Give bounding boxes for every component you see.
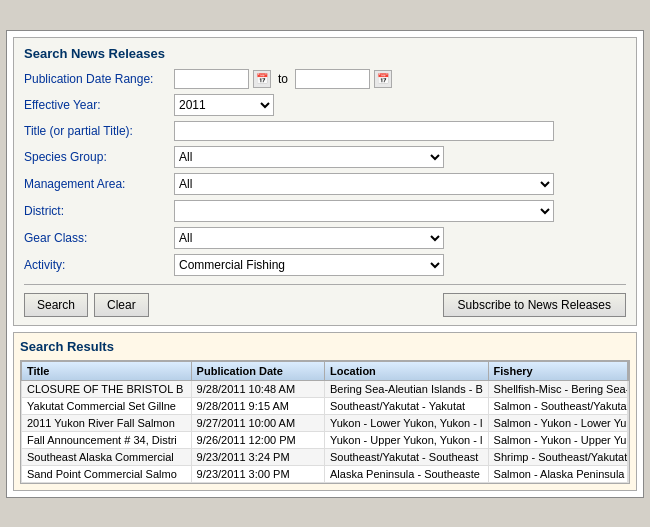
- table-cell: Yukon - Upper Yukon, Yukon - l: [324, 431, 488, 448]
- table-cell: Sand Point Commercial Salmo: [22, 465, 192, 482]
- scrollbar-cell: [628, 380, 629, 397]
- table-cell: 9/27/2011 10:00 AM: [191, 414, 324, 431]
- district-select[interactable]: District 1 District 2: [174, 200, 554, 222]
- mgmt-area-control: All Southeast/Yakutat Southcentral Arcti…: [174, 173, 626, 195]
- effective-year-row: Effective Year: 2011 2010 2009 2012: [24, 94, 626, 116]
- col-header-fishery: Fishery: [488, 361, 627, 380]
- col-header-scrollbar: [628, 361, 629, 380]
- results-panel: Search Results Title Publication Date Lo…: [13, 332, 637, 491]
- table-header-row: Title Publication Date Location Fishery: [22, 361, 629, 380]
- gear-class-label: Gear Class:: [24, 231, 174, 245]
- species-row: Species Group: All Salmon Shellfish Hali…: [24, 146, 626, 168]
- table-cell: Salmon - Southeast/Yakutat - Ya: [488, 397, 627, 414]
- activity-control: Commercial Fishing Sport Fishing Persona…: [174, 254, 626, 276]
- table-cell: 9/28/2011 10:48 AM: [191, 380, 324, 397]
- species-control: All Salmon Shellfish Halibut Herring: [174, 146, 626, 168]
- table-cell: Shrimp - Southeast/Yakutat - So: [488, 448, 627, 465]
- scrollbar-cell: [628, 414, 629, 431]
- species-label: Species Group:: [24, 150, 174, 164]
- activity-row: Activity: Commercial Fishing Sport Fishi…: [24, 254, 626, 276]
- table-cell: Alaska Peninsula - Southeaste: [324, 465, 488, 482]
- table-cell: Yakutat Commercial Set Gillne: [22, 397, 192, 414]
- table-cell: 2011 Yukon River Fall Salmon: [22, 414, 192, 431]
- gear-class-select[interactable]: All Drift Gillnet Set Gillnet Troll Sein…: [174, 227, 444, 249]
- table-row[interactable]: 2011 Yukon River Fall Salmon9/27/2011 10…: [22, 414, 629, 431]
- activity-label: Activity:: [24, 258, 174, 272]
- table-cell: 9/23/2011 3:24 PM: [191, 448, 324, 465]
- mgmt-area-select[interactable]: All Southeast/Yakutat Southcentral Arcti…: [174, 173, 554, 195]
- results-tbody: CLOSURE OF THE BRISTOL B9/28/2011 10:48 …: [22, 380, 629, 482]
- cal-start-icon[interactable]: 📅: [253, 70, 271, 88]
- scrollbar-cell: [628, 465, 629, 482]
- title-row: Title (or partial Title):: [24, 121, 626, 141]
- table-cell: Yukon - Lower Yukon, Yukon - l: [324, 414, 488, 431]
- pub-date-start-input[interactable]: [174, 69, 249, 89]
- col-header-pubdate: Publication Date: [191, 361, 324, 380]
- table-cell: Salmon - Alaska Peninsula - So: [488, 465, 627, 482]
- mgmt-area-row: Management Area: All Southeast/Yakutat S…: [24, 173, 626, 195]
- main-container: Search News Releases Publication Date Ra…: [6, 30, 644, 498]
- search-button[interactable]: Search: [24, 293, 88, 317]
- table-cell: Bering Sea-Aleutian Islands - B: [324, 380, 488, 397]
- scrollbar-cell: [628, 448, 629, 465]
- mgmt-area-label: Management Area:: [24, 177, 174, 191]
- table-row[interactable]: Fall Announcement # 34, Distri9/26/2011 …: [22, 431, 629, 448]
- table-row[interactable]: CLOSURE OF THE BRISTOL B9/28/2011 10:48 …: [22, 380, 629, 397]
- table-cell: Southeast/Yakutat - Southeast: [324, 448, 488, 465]
- col-header-title: Title: [22, 361, 192, 380]
- date-to-text: to: [278, 72, 288, 86]
- title-input[interactable]: [174, 121, 554, 141]
- subscribe-button[interactable]: Subscribe to News Releases: [443, 293, 626, 317]
- table-cell: Fall Announcement # 34, Distri: [22, 431, 192, 448]
- pub-date-label: Publication Date Range:: [24, 72, 174, 86]
- district-row: District: District 1 District 2: [24, 200, 626, 222]
- table-row[interactable]: Southeast Alaska Commercial9/23/2011 3:2…: [22, 448, 629, 465]
- table-row[interactable]: Yakutat Commercial Set Gillne9/28/2011 9…: [22, 397, 629, 414]
- scrollbar-cell: [628, 397, 629, 414]
- title-label: Title (or partial Title):: [24, 124, 174, 138]
- effective-year-select[interactable]: 2011 2010 2009 2012: [174, 94, 274, 116]
- table-cell: 9/23/2011 3:00 PM: [191, 465, 324, 482]
- table-cell: Southeast Alaska Commercial: [22, 448, 192, 465]
- table-row[interactable]: Sand Point Commercial Salmo9/23/2011 3:0…: [22, 465, 629, 482]
- pub-date-controls: 📅 to 📅: [174, 69, 626, 89]
- cal-end-icon[interactable]: 📅: [374, 70, 392, 88]
- title-control: [174, 121, 626, 141]
- scrollbar-cell: [628, 431, 629, 448]
- search-panel-title: Search News Releases: [24, 46, 626, 61]
- col-header-location: Location: [324, 361, 488, 380]
- district-control: District 1 District 2: [174, 200, 626, 222]
- table-cell: Salmon - Yukon - Upper Yukon: [488, 431, 627, 448]
- button-row: Search Clear Subscribe to News Releases: [24, 293, 626, 317]
- table-cell: CLOSURE OF THE BRISTOL B: [22, 380, 192, 397]
- district-label: District:: [24, 204, 174, 218]
- effective-year-control: 2011 2010 2009 2012: [174, 94, 626, 116]
- table-cell: Southeast/Yakutat - Yakutat: [324, 397, 488, 414]
- activity-select[interactable]: Commercial Fishing Sport Fishing Persona…: [174, 254, 444, 276]
- results-table: Title Publication Date Location Fishery …: [21, 361, 629, 483]
- species-select[interactable]: All Salmon Shellfish Halibut Herring: [174, 146, 444, 168]
- effective-year-label: Effective Year:: [24, 98, 174, 112]
- left-buttons: Search Clear: [24, 293, 149, 317]
- table-cell: 9/28/2011 9:15 AM: [191, 397, 324, 414]
- clear-button[interactable]: Clear: [94, 293, 149, 317]
- table-cell: Salmon - Yukon - Lower Yukon: [488, 414, 627, 431]
- search-panel: Search News Releases Publication Date Ra…: [13, 37, 637, 326]
- pub-date-end-input[interactable]: [295, 69, 370, 89]
- divider: [24, 284, 626, 285]
- table-cell: Shellfish-Misc - Bering Sea-Aleu: [488, 380, 627, 397]
- results-title: Search Results: [20, 339, 630, 354]
- pub-date-row: Publication Date Range: 📅 to 📅: [24, 69, 626, 89]
- gear-class-row: Gear Class: All Drift Gillnet Set Gillne…: [24, 227, 626, 249]
- gear-class-control: All Drift Gillnet Set Gillnet Troll Sein…: [174, 227, 626, 249]
- results-table-wrapper: Title Publication Date Location Fishery …: [20, 360, 630, 484]
- table-cell: 9/26/2011 12:00 PM: [191, 431, 324, 448]
